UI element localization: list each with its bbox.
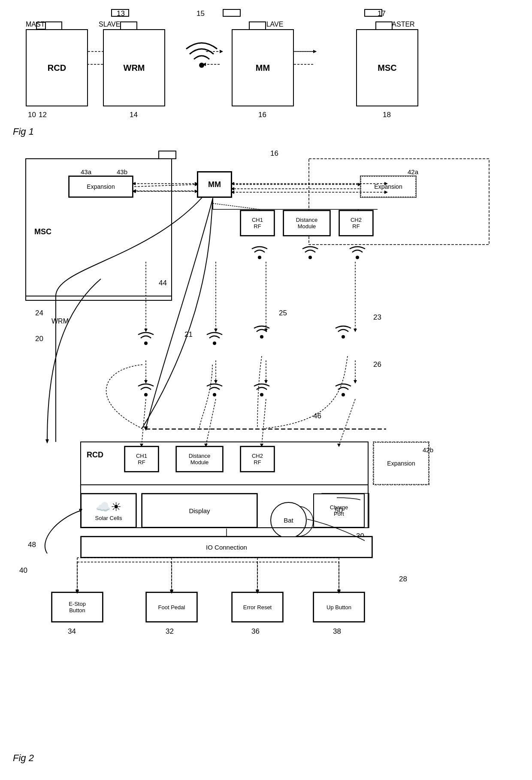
wifi-signal-bot-25	[253, 382, 270, 399]
ref-21: 21	[184, 330, 193, 339]
svg-marker-115	[337, 444, 341, 447]
up-button-label: Up Button	[326, 604, 351, 611]
rcd-label: RCD	[48, 63, 66, 73]
ch1-rf-bottom-label: CH1RF	[136, 453, 147, 466]
ref-50: 50	[335, 506, 343, 515]
estop-button-label: E-StopButton	[69, 601, 86, 614]
ref-17: 17	[378, 9, 386, 18]
ref-20: 20	[35, 335, 43, 343]
block-msc-fig1: MSC	[356, 29, 418, 106]
svg-marker-8	[220, 50, 223, 53]
svg-marker-113	[354, 380, 357, 384]
svg-marker-90	[144, 426, 148, 431]
ref-36: 36	[251, 627, 260, 636]
up-button: Up Button	[313, 592, 365, 622]
ch1-rf-top-label: CH1RF	[252, 217, 263, 230]
wifi-signal-bot-21	[206, 382, 223, 399]
tab-wrm-top	[120, 21, 137, 29]
msc-label-fig2: MSC	[34, 227, 51, 236]
svg-point-71	[342, 393, 345, 396]
distance-module-bottom-label: DistanceModule	[189, 453, 211, 466]
ref-14: 14	[130, 111, 138, 119]
block-wrm: WRM	[103, 29, 165, 106]
block-mm-fig1: MM	[232, 29, 294, 106]
wrm-label: WRM	[124, 63, 145, 73]
foot-pedal-label: Foot Pedal	[158, 604, 185, 611]
block-rcd: RCD	[26, 29, 88, 106]
foot-pedal: Foot Pedal	[146, 592, 197, 622]
ref-13: 13	[117, 9, 125, 18]
tab-rcd-top	[45, 21, 62, 29]
expansion-top-right: Expansion	[360, 176, 416, 197]
block-mm-fig2: MM	[197, 172, 232, 197]
tab-msc-top	[375, 21, 393, 29]
distance-module-top-label: DistanceModule	[296, 217, 318, 230]
ref-40: 40	[19, 566, 27, 575]
ref-43b: 43b	[117, 168, 127, 175]
ref-42b: 42b	[423, 446, 433, 453]
msc-label-fig1: MSC	[378, 63, 396, 73]
tab-mm-top	[249, 21, 266, 29]
bat-label: Bat	[284, 517, 293, 524]
ref-15: 15	[196, 9, 205, 18]
error-reset: Error Reset	[232, 592, 283, 622]
io-connection: IO Connection	[81, 536, 372, 558]
svg-line-96	[142, 399, 146, 445]
expansion-bottom-right: Expansion	[373, 442, 429, 485]
expansion-top-left-label: Expansion	[87, 183, 115, 190]
display-block: Display	[142, 493, 257, 528]
fig2-container: MSC 18 Expansion 43a MM 16 43b Expansion…	[13, 146, 519, 772]
ref-18-fig2: 18	[167, 149, 175, 158]
svg-point-61	[258, 256, 261, 259]
ref-16-fig2: 16	[270, 149, 278, 158]
svg-point-66	[260, 335, 263, 339]
wrm-ref-label: WRM	[51, 317, 69, 325]
svg-point-64	[144, 342, 148, 345]
svg-point-67	[342, 335, 345, 339]
ref-34: 34	[68, 627, 76, 636]
io-connection-label: IO Connection	[206, 544, 247, 551]
slave-label-wrm: SLAVE	[99, 21, 120, 28]
svg-point-62	[308, 256, 312, 259]
svg-point-17	[199, 63, 204, 68]
expansion-top-left: Expansion	[69, 176, 133, 197]
wifi-symbol	[184, 39, 219, 78]
ch2-rf-bottom: CH2RF	[240, 446, 275, 472]
svg-rect-6	[223, 9, 240, 16]
ref-23: 23	[373, 313, 381, 322]
ref-44: 44	[159, 279, 167, 287]
wifi-dist-top	[299, 245, 321, 263]
mm-label-fig1: MM	[256, 63, 270, 73]
ref-48: 48	[28, 541, 36, 549]
estop-button: E-StopButton	[51, 592, 103, 622]
svg-line-27	[213, 203, 260, 209]
ref-25: 25	[279, 309, 287, 317]
ch1-rf-bottom: CH1RF	[124, 446, 159, 472]
ref-46: 46	[313, 412, 321, 420]
ch2-rf-top: CH2RF	[339, 210, 373, 236]
wifi-signal-bot-20	[137, 382, 154, 399]
fig1-container: MASTER SLAVE 13 RCD 10 12 WRM 14	[13, 9, 519, 137]
ref-32: 32	[166, 627, 174, 636]
svg-line-114	[339, 399, 355, 445]
expansion-top-right-label: Expansion	[374, 183, 402, 190]
svg-rect-19	[309, 159, 489, 245]
ref-18-fig1: 18	[383, 111, 391, 119]
distance-module-bottom: DistanceModule	[176, 446, 223, 472]
svg-line-102	[206, 399, 216, 445]
wifi-signal-20	[137, 330, 154, 348]
svg-marker-31	[133, 189, 136, 193]
distance-module-top: DistanceModule	[283, 210, 330, 236]
display-label: Display	[189, 507, 210, 514]
fig2-label: Fig 2	[13, 753, 34, 764]
svg-point-65	[213, 342, 216, 345]
ref-42a: 42a	[408, 168, 418, 175]
ref-43a: 43a	[81, 168, 91, 175]
wifi-signal-23	[335, 324, 352, 341]
ref-10: 10	[28, 111, 36, 119]
fig1-label: Fig 1	[13, 126, 34, 137]
expansion-bottom-right-label: Expansion	[387, 460, 415, 467]
rcd-label-fig2: RCD	[87, 450, 103, 460]
ref-38: 38	[333, 627, 341, 636]
ref-12: 12	[39, 111, 47, 119]
